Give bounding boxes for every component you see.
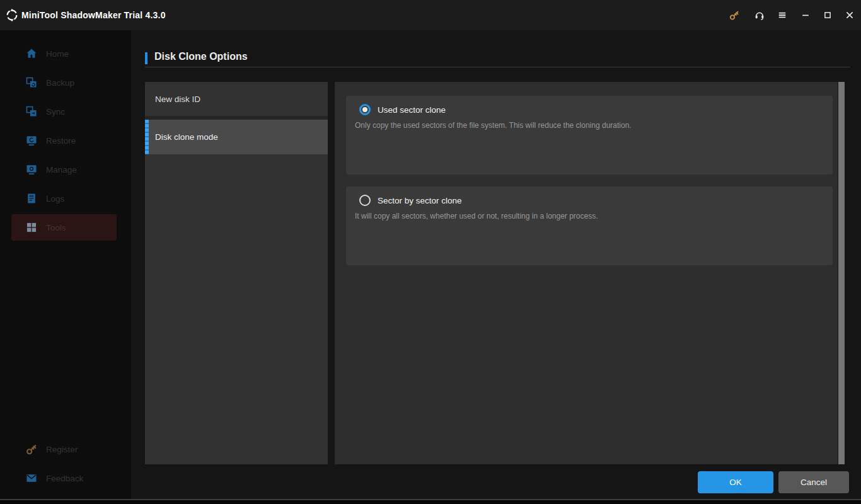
tab-label: Disk clone mode [155, 132, 218, 142]
disk-clone-mode-panel: Used sector clone Only copy the used sec… [335, 82, 838, 464]
sidebar-item-label: Manage [46, 165, 77, 175]
sidebar-item-backup[interactable]: Backup [0, 68, 131, 97]
tab-disk-clone-mode[interactable]: Disk clone mode [145, 120, 328, 154]
sidebar-item-label: Restore [46, 136, 76, 146]
vertical-scrollbar[interactable] [838, 82, 845, 464]
manage-icon [25, 163, 38, 176]
sidebar: Home Backup Sync [0, 30, 131, 500]
tools-grid-icon [25, 221, 38, 234]
option-description: Only copy the used sectors of the file s… [346, 115, 833, 130]
sidebar-item-label: Home [46, 49, 69, 59]
mail-icon [25, 472, 38, 484]
key-icon [25, 443, 38, 455]
option-label: Sector by sector clone [378, 196, 462, 205]
ok-button[interactable]: OK [698, 471, 773, 493]
titlebar: MiniTool ShadowMaker Trial 4.3.0 [0, 0, 861, 30]
restore-icon [25, 134, 38, 147]
sidebar-item-label: Register [46, 445, 78, 454]
sidebar-item-label: Backup [46, 78, 74, 88]
sync-icon [25, 105, 38, 118]
option-sector-by-sector-clone[interactable]: Sector by sector clone It will copy all … [346, 186, 833, 265]
option-description: It will copy all sectors, whether used o… [346, 206, 833, 220]
header-divider [145, 67, 850, 67]
minimize-icon[interactable] [797, 7, 814, 23]
sidebar-item-label: Logs [46, 194, 64, 203]
key-icon[interactable] [726, 7, 743, 23]
sidebar-item-feedback[interactable]: Feedback [0, 464, 131, 493]
cancel-button[interactable]: Cancel [778, 471, 849, 493]
backup-icon [25, 76, 38, 89]
sidebar-item-manage[interactable]: Manage [0, 155, 131, 184]
home-icon [25, 47, 38, 60]
sidebar-item-sync[interactable]: Sync [0, 97, 131, 126]
sidebar-item-logs[interactable]: Logs [0, 184, 131, 213]
options-tab-panel: New disk ID Disk clone mode [145, 82, 328, 464]
tab-label: New disk ID [155, 94, 200, 104]
sidebar-item-label: Tools [46, 223, 66, 232]
sidebar-item-label: Sync [46, 107, 65, 117]
logs-icon [25, 192, 38, 205]
radio-used-sector-clone[interactable] [359, 104, 371, 115]
title-accent-bar [145, 52, 147, 64]
hamburger-menu-icon[interactable] [774, 7, 790, 23]
sidebar-item-label: Feedback [46, 474, 83, 483]
radio-sector-by-sector-clone[interactable] [359, 195, 371, 206]
sidebar-item-home[interactable]: Home [0, 39, 131, 68]
page-title: Disk Clone Options [154, 51, 248, 62]
close-icon[interactable] [841, 7, 858, 23]
app-logo-icon [5, 8, 19, 22]
option-label: Used sector clone [378, 105, 446, 115]
headset-icon[interactable] [751, 7, 768, 23]
sidebar-item-restore[interactable]: Restore [0, 126, 131, 155]
tab-new-disk-id[interactable]: New disk ID [145, 82, 328, 120]
option-used-sector-clone[interactable]: Used sector clone Only copy the used sec… [346, 96, 833, 175]
window-bottom-strip [0, 500, 861, 504]
maximize-icon[interactable] [819, 7, 836, 23]
sidebar-item-tools[interactable]: Tools [11, 214, 117, 241]
sidebar-item-register[interactable]: Register [0, 435, 131, 464]
main-content: Disk Clone Options New disk ID Disk clon… [131, 30, 861, 500]
active-tab-indicator [145, 120, 149, 154]
app-window: MiniTool ShadowMaker Trial 4.3.0 [0, 0, 861, 504]
app-title: MiniTool ShadowMaker Trial 4.3.0 [21, 0, 166, 30]
